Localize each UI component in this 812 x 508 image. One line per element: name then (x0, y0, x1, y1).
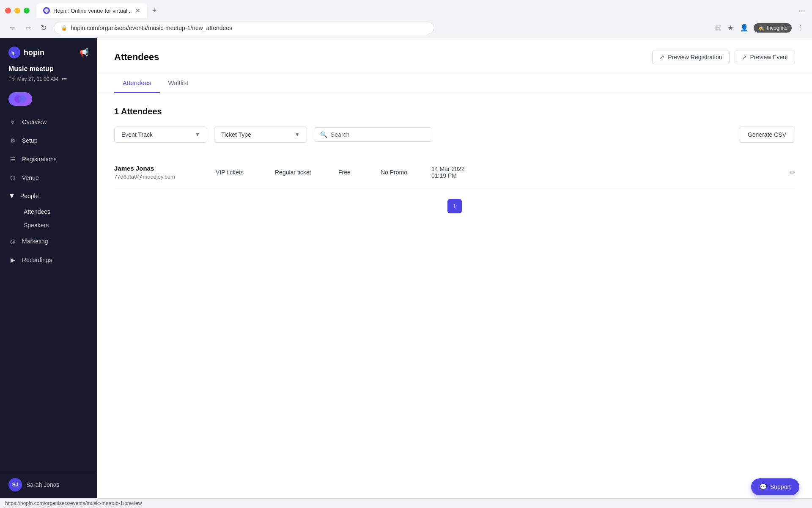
avatar-graphic (14, 95, 27, 103)
preview-event-btn[interactable]: ↗ Preview Event (735, 50, 795, 64)
search-input[interactable] (331, 131, 426, 138)
sidebar-item-venue-label: Venue (22, 174, 39, 181)
tab-attendees[interactable]: Attendees (114, 73, 160, 93)
page-1-btn[interactable]: 1 (447, 199, 462, 213)
ticket-type-filter[interactable]: Ticket Type ▼ (214, 127, 307, 143)
back-btn[interactable]: ← (7, 22, 18, 34)
browser-chrome: Hopin: Online venue for virtual... ✕ + ⋯… (0, 0, 812, 38)
status-url: https://hopin.com/organisers/events/musi… (5, 500, 142, 506)
sidebar-item-setup[interactable]: ⚙ Setup (0, 131, 97, 150)
people-children: Attendees Speakers (0, 205, 97, 232)
recordings-icon: ▶ (8, 256, 17, 264)
tab-waitlist[interactable]: Waitlist (160, 73, 197, 93)
tab-close-btn[interactable]: ✕ (135, 7, 140, 14)
search-icon: 🔍 (320, 131, 327, 138)
new-tab-btn[interactable]: + (149, 5, 160, 17)
sidebar-item-setup-label: Setup (22, 137, 38, 144)
minimize-window-btn[interactable] (14, 8, 20, 14)
sidebar-nav: ○ Overview ⚙ Setup ☰ Registrations ⬡ Ven… (0, 113, 97, 471)
lock-icon: 🔒 (61, 25, 67, 31)
event-avatar (8, 92, 32, 106)
sidebar-item-recordings[interactable]: ▶ Recordings (0, 251, 97, 269)
attendee-edit-btn[interactable]: ✏ (790, 168, 795, 177)
more-options-btn[interactable]: ⋮ (795, 22, 805, 33)
url-bar[interactable]: 🔒 hopin.com/organisers/events/music-meet… (54, 22, 434, 34)
page-title: Attendees (114, 52, 159, 71)
filters-row: Event Track ▼ Ticket Type ▼ 🔍 Generate C… (114, 127, 795, 143)
sidebar-item-speakers[interactable]: Speakers (15, 218, 97, 232)
preview-registration-label: Preview Registration (668, 54, 722, 61)
attendee-ticket: VIP tickets (216, 169, 266, 176)
user-name-label: Sarah Jonas (26, 481, 60, 488)
support-btn[interactable]: 💬 Support (751, 478, 799, 495)
app: h hopin 📢 Music meetup Fri, May 27, 11:0… (0, 38, 812, 498)
preview-registration-btn[interactable]: ↗ Preview Registration (652, 50, 729, 64)
attendee-date: 14 Mar 2022 01:19 PM (431, 166, 491, 179)
incognito-label: Incognito (767, 25, 787, 31)
sidebar-header: h hopin 📢 (0, 38, 97, 64)
bookmark-icon[interactable]: ★ (726, 22, 735, 33)
people-icon: ▼ (8, 192, 15, 200)
main-header: Attendees ↗ Preview Registration ↗ Previ… (97, 38, 812, 73)
ticket-type-chevron: ▼ (295, 132, 300, 138)
refresh-btn[interactable]: ↻ (39, 22, 49, 34)
attendee-email: 77d6dfa0@moodjoy.com (114, 174, 207, 180)
forward-btn[interactable]: → (23, 22, 34, 34)
logo-text: hopin (24, 48, 44, 57)
incognito-badge: 🕵 Incognito (754, 23, 792, 33)
browser-tab[interactable]: Hopin: Online venue for virtual... ✕ (36, 3, 147, 18)
event-date-more-btn[interactable]: ••• (61, 76, 67, 82)
tab-title: Hopin: Online venue for virtual... (53, 8, 132, 14)
incognito-icon: 🕵 (758, 25, 764, 31)
maximize-window-btn[interactable] (24, 8, 30, 14)
preview-event-label: Preview Event (750, 54, 788, 61)
sidebar-item-overview[interactable]: ○ Overview (0, 113, 97, 131)
minimize-browser-btn[interactable]: ⋯ (797, 5, 807, 17)
support-label: Support (770, 483, 791, 490)
external-link-icon-2: ↗ (742, 54, 747, 61)
sidebar-item-attendees[interactable]: Attendees (15, 205, 97, 218)
browser-actions: ⊟ ★ 👤 🕵 Incognito ⋮ (713, 22, 805, 33)
registrations-icon: ☰ (8, 155, 17, 163)
event-name: Music meetup (0, 64, 97, 76)
tab-bar: Hopin: Online venue for virtual... ✕ + ⋯ (0, 0, 812, 18)
event-date-text: Fri, May 27, 11:00 AM (8, 76, 58, 82)
overview-icon: ○ (8, 118, 17, 126)
cast-icon[interactable]: ⊟ (713, 22, 722, 33)
svg-text:h: h (11, 50, 14, 55)
attendee-time-value: 01:19 PM (431, 172, 491, 179)
sidebar-footer: SJ Sarah Jonas (0, 471, 97, 498)
address-bar: ← → ↻ 🔒 hopin.com/organisers/events/musi… (0, 18, 812, 38)
attendee-name: James Jonas (114, 165, 207, 172)
sidebar-item-venue[interactable]: ⬡ Venue (0, 168, 97, 187)
search-input-wrap[interactable]: 🔍 (314, 127, 432, 142)
status-bar: https://hopin.com/organisers/events/musi… (0, 498, 812, 508)
pagination: 1 (114, 199, 795, 213)
sidebar-item-registrations-label: Registrations (22, 156, 57, 163)
close-window-btn[interactable] (5, 8, 11, 14)
notification-btn[interactable]: 📢 (80, 48, 89, 57)
ticket-type-label: Ticket Type (221, 131, 251, 138)
attendee-type: Regular ticket (275, 169, 330, 176)
external-link-icon-1: ↗ (659, 54, 664, 61)
sidebar-item-registrations[interactable]: ☰ Registrations (0, 150, 97, 168)
attendee-info: James Jonas 77d6dfa0@moodjoy.com (114, 165, 207, 180)
generate-csv-btn[interactable]: Generate CSV (739, 127, 795, 143)
window-controls (5, 8, 30, 14)
tabs-bar: Attendees Waitlist (97, 73, 812, 93)
url-text: hopin.com/organisers/events/music-meetup… (71, 25, 232, 31)
event-date: Fri, May 27, 11:00 AM ••• (0, 76, 97, 89)
content-area: 1 Attendees Event Track ▼ Ticket Type ▼ … (97, 93, 812, 227)
hopin-logo: h hopin (8, 47, 44, 58)
sidebar-item-people-label: People (20, 193, 39, 199)
event-track-filter[interactable]: Event Track ▼ (114, 127, 207, 143)
marketing-icon: ◎ (8, 237, 17, 246)
svg-point-1 (8, 47, 20, 58)
table-row: James Jonas 77d6dfa0@moodjoy.com VIP tic… (114, 156, 795, 189)
sidebar-item-marketing[interactable]: ◎ Marketing (0, 232, 97, 251)
setup-icon: ⚙ (8, 136, 17, 145)
sidebar-item-people[interactable]: ▼ People (0, 187, 97, 205)
profile-icon[interactable]: 👤 (738, 22, 750, 33)
sidebar-item-marketing-label: Marketing (22, 238, 48, 245)
sidebar-item-overview-label: Overview (22, 119, 47, 125)
